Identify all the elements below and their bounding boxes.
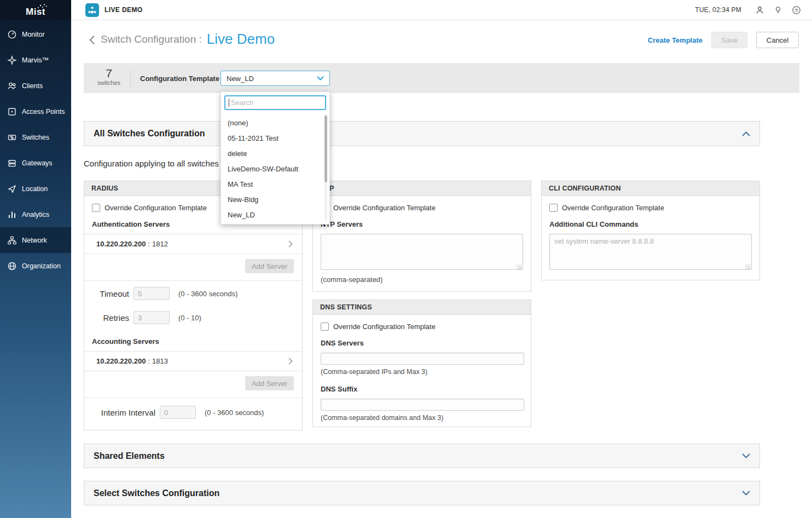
interim-interval-label: Interim Interval bbox=[92, 408, 155, 417]
override-template-checkbox[interactable] bbox=[92, 204, 100, 212]
save-button[interactable]: Save bbox=[711, 32, 747, 48]
sidebar-item-label: Gateways bbox=[22, 159, 53, 167]
sidebar-item-network[interactable]: Network bbox=[0, 227, 71, 253]
template-search-input[interactable] bbox=[224, 95, 326, 110]
clients-icon bbox=[7, 81, 17, 91]
dropdown-option[interactable]: MA Test bbox=[221, 177, 329, 192]
override-template-label: Override Configuration Template bbox=[105, 204, 207, 212]
retries-label: Retries bbox=[92, 313, 129, 323]
dropdown-option[interactable]: (none) bbox=[221, 116, 329, 131]
section-shared-elements[interactable]: Shared Elements bbox=[84, 444, 760, 468]
organization-icon bbox=[7, 261, 17, 271]
chevron-down-icon bbox=[742, 491, 750, 496]
sidebar-item-organization[interactable]: Organization bbox=[0, 253, 71, 279]
cli-card-title: CLI CONFIGURATION bbox=[542, 181, 759, 196]
section-title: All Switches Configuration bbox=[94, 129, 205, 139]
clock-text: TUE, 02:34 PM bbox=[695, 6, 741, 14]
sidebar-item-monitor[interactable]: Monitor bbox=[0, 21, 71, 47]
page-title: Live Demo bbox=[207, 31, 275, 48]
timeout-hint: (0 - 3600 seconds) bbox=[178, 290, 237, 298]
override-template-label: Override Configuration Template bbox=[333, 323, 436, 331]
ntp-card: NTP Override Configuration Template NTP … bbox=[312, 181, 531, 292]
sidebar-item-label: Location bbox=[22, 185, 48, 193]
analytics-icon bbox=[7, 210, 17, 220]
acct-server-value: 10.220.220.200:1813 bbox=[96, 357, 168, 365]
section-select-switches-configuration[interactable]: Select Switches Configuration bbox=[84, 481, 760, 505]
selected-template-value: New_LD bbox=[227, 74, 254, 83]
configuration-template-select[interactable]: New_LD bbox=[221, 71, 330, 86]
dns-servers-hint: (Comma-separated IPs and Max 3) bbox=[313, 365, 531, 381]
interim-interval-hint: (0 - 3600 seconds) bbox=[205, 408, 264, 417]
text-cursor bbox=[229, 99, 229, 107]
sidebar: Mist Monitor Marvis™ Clients Access Poin… bbox=[0, 0, 71, 518]
section-all-switches-configuration[interactable]: All Switches Configuration bbox=[84, 121, 760, 146]
chevron-right-icon bbox=[288, 358, 293, 365]
chevron-down-icon bbox=[317, 76, 324, 80]
add-server-button[interactable]: Add Server bbox=[245, 259, 294, 273]
override-template-checkbox[interactable] bbox=[321, 323, 329, 331]
ntp-card-title: NTP bbox=[313, 181, 531, 196]
resize-grip-icon[interactable] bbox=[745, 264, 750, 269]
user-icon[interactable] bbox=[755, 5, 764, 15]
sidebar-item-label: Marvis™ bbox=[22, 56, 49, 64]
auth-server-row[interactable]: 10.220.220.200:1812 bbox=[84, 234, 302, 254]
sidebar-item-analytics[interactable]: Analytics bbox=[0, 202, 71, 227]
dns-card-title: DNS SETTINGS bbox=[313, 300, 531, 315]
ntp-servers-textarea[interactable] bbox=[321, 234, 523, 270]
mist-logo-text: Mist bbox=[26, 7, 45, 17]
chevron-up-icon bbox=[742, 131, 750, 136]
override-template-checkbox[interactable] bbox=[549, 204, 558, 212]
mist-logo[interactable]: Mist bbox=[0, 0, 71, 20]
scrollbar-thumb[interactable] bbox=[324, 116, 327, 182]
ntp-servers-hint: (comma-separated) bbox=[313, 272, 531, 291]
sidebar-item-label: Network bbox=[22, 237, 47, 244]
dropdown-option[interactable]: New_LD bbox=[221, 208, 329, 223]
sidebar-item-label: Analytics bbox=[22, 211, 49, 218]
help-icon[interactable]: ? bbox=[792, 5, 801, 15]
dns-suffix-input[interactable] bbox=[321, 399, 524, 411]
lightbulb-icon[interactable] bbox=[774, 5, 782, 15]
svg-text:?: ? bbox=[795, 7, 798, 13]
dropdown-option[interactable]: delete bbox=[221, 146, 329, 162]
cli-configuration-card: CLI CONFIGURATION Override Configuration… bbox=[541, 181, 760, 280]
org-label: LIVE DEMO bbox=[105, 6, 143, 14]
retries-input[interactable] bbox=[134, 311, 170, 324]
sidebar-item-label: Access Points bbox=[22, 108, 65, 116]
auth-server-value: 10.220.220.200:1812 bbox=[96, 240, 168, 248]
location-icon bbox=[7, 184, 17, 194]
gateways-icon bbox=[7, 158, 17, 168]
dropdown-option[interactable]: 05-11-2021 Test bbox=[221, 131, 329, 146]
sidebar-item-switches[interactable]: Switches bbox=[0, 124, 71, 150]
sidebar-item-label: Switches bbox=[22, 134, 49, 141]
dns-suffix-label: DNS Suffix bbox=[313, 381, 531, 399]
sidebar-item-gateways[interactable]: Gateways bbox=[0, 150, 71, 176]
switch-count: 7 switches bbox=[94, 67, 124, 86]
switch-count-label: switches bbox=[94, 79, 124, 86]
cli-commands-textarea[interactable] bbox=[549, 234, 752, 270]
timeout-input[interactable] bbox=[134, 287, 170, 300]
sidebar-item-clients[interactable]: Clients bbox=[0, 73, 71, 99]
org-switcher[interactable]: LIVE DEMO bbox=[85, 3, 143, 17]
breadcrumb: Switch Configuration : bbox=[101, 33, 202, 45]
back-chevron-icon[interactable] bbox=[89, 33, 96, 45]
acct-server-row[interactable]: 10.220.220.200:1813 bbox=[84, 351, 302, 371]
dropdown-option[interactable]: New-Bldg bbox=[221, 192, 329, 208]
switches-icon bbox=[7, 133, 17, 142]
add-server-button[interactable]: Add Server bbox=[245, 376, 294, 390]
sidebar-item-location[interactable]: Location bbox=[0, 176, 71, 202]
timeout-label: Timeout bbox=[92, 289, 129, 298]
sidebar-item-marvis[interactable]: Marvis™ bbox=[0, 47, 71, 73]
dropdown-option[interactable]: LiveDemo-SW-Default bbox=[221, 162, 329, 177]
switch-count-number: 7 bbox=[94, 67, 124, 79]
network-icon bbox=[7, 235, 17, 245]
accounting-servers-label: Accounting Servers bbox=[84, 330, 302, 351]
sidebar-item-label: Clients bbox=[22, 82, 43, 90]
configuration-template-label: Configuration Template bbox=[140, 74, 219, 83]
sidebar-item-access-points[interactable]: Access Points bbox=[0, 99, 71, 124]
resize-grip-icon[interactable] bbox=[517, 264, 521, 269]
dns-servers-input[interactable] bbox=[321, 353, 524, 365]
interim-interval-input[interactable] bbox=[160, 406, 196, 419]
create-template-link[interactable]: Create Template bbox=[648, 36, 703, 44]
section-title: Shared Elements bbox=[94, 451, 165, 461]
cancel-button[interactable]: Cancel bbox=[756, 32, 799, 48]
